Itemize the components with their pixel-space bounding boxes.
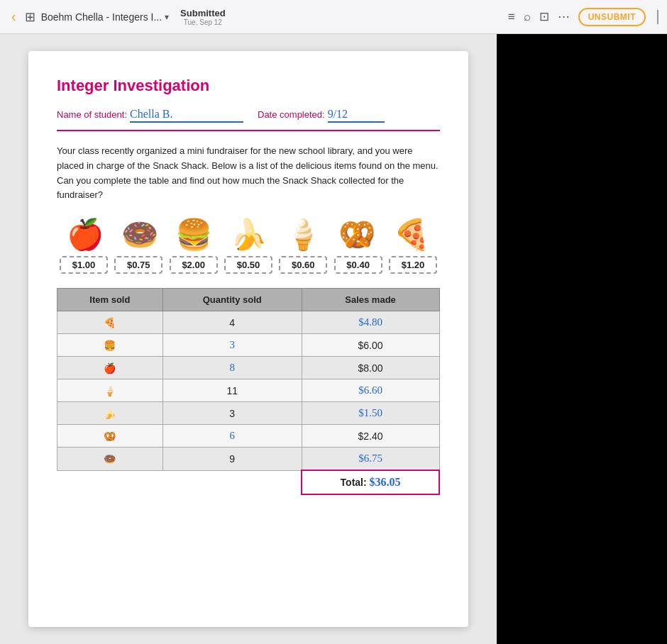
list-icon[interactable]: ≡ <box>508 10 515 24</box>
col-qty-sold: Quantity sold <box>162 289 302 311</box>
price-box-6: $0.40 <box>334 256 382 274</box>
price-boxes-row: $1.00 $0.75 $2.00 $0.50 $0.60 $0.40 $1.2… <box>57 256 440 274</box>
price-box-4: $0.50 <box>224 256 272 274</box>
table-cell-qty: 9 <box>162 448 302 471</box>
food-icon-donut: 🍩 <box>114 217 165 252</box>
total-label: Total: <box>341 477 367 488</box>
food-icon-burger: 🍔 <box>168 217 219 252</box>
date-value: 9/12 <box>328 108 385 123</box>
table-cell-sales: $6.75 <box>302 448 439 471</box>
table-cell-icon: 🍕 <box>57 311 163 334</box>
submitted-area: Submitted Tue, Sep 12 <box>180 8 226 26</box>
table-cell-icon: 🍔 <box>57 334 163 357</box>
sidebar-toggle-button[interactable]: ⊞ <box>25 9 35 25</box>
total-value: $36.05 <box>370 476 401 488</box>
doc-page: Integer Investigation Name of student: C… <box>28 51 468 627</box>
table-cell-qty: 3 <box>162 402 302 425</box>
table-cell-sales: $6.00 <box>302 334 439 357</box>
doc-title: Boehm Chella - Integers I... <box>41 11 162 23</box>
table-cell-qty: 8 <box>162 357 302 379</box>
price-box-1: $1.00 <box>60 256 108 274</box>
table-row: 🍔3$6.00 <box>57 334 440 357</box>
search-icon[interactable]: ⌕ <box>524 10 531 24</box>
price-box-2: $0.75 <box>114 256 162 274</box>
table-row: 🍌3$1.50 <box>57 402 440 425</box>
table-row: 🥨6$2.40 <box>57 425 440 448</box>
doc-panel: Integer Investigation Name of student: C… <box>0 34 497 644</box>
student-name-value: Chella B. <box>130 108 243 123</box>
submitted-date: Tue, Sep 12 <box>184 18 222 26</box>
top-bar-actions: ≡ ⌕ ⊡ ⋯ UNSUBMIT <box>508 8 658 26</box>
table-cell-sales: $2.40 <box>302 425 439 448</box>
table-cell-sales: $4.80 <box>302 311 439 334</box>
unsubmit-button[interactable]: UNSUBMIT <box>578 8 646 26</box>
divider <box>57 130 440 131</box>
table-cell-qty: 6 <box>162 425 302 448</box>
table-cell-sales: $1.50 <box>302 402 439 425</box>
table-row: 🍎8$8.00 <box>57 357 440 379</box>
table-row: 🍦11$6.60 <box>57 379 440 402</box>
back-button[interactable]: ‹ <box>9 6 19 28</box>
student-name-label: Name of student: <box>57 109 127 120</box>
table-row: 🍕4$4.80 <box>57 311 440 334</box>
more-icon[interactable]: ⋯ <box>558 9 570 24</box>
table-cell-icon: 🥨 <box>57 425 163 448</box>
sidebar-icon: ⊞ <box>25 10 35 24</box>
table-cell-sales: $6.60 <box>302 379 439 402</box>
table-cell-qty: 4 <box>162 311 302 334</box>
date-section: Date completed: 9/12 <box>258 108 385 123</box>
table-cell-icon: 🍎 <box>57 357 163 379</box>
table-total-row: Total: $36.05 <box>57 470 440 494</box>
food-icon-pretzel: 🥨 <box>331 217 382 252</box>
food-icon-apple: 🍎 <box>60 217 111 252</box>
table-row: 🍩9$6.75 <box>57 448 440 471</box>
table-cell-icon: 🍌 <box>57 402 163 425</box>
right-panel <box>497 34 667 644</box>
total-empty-1 <box>57 470 163 494</box>
food-icon-banana: 🍌 <box>223 217 274 252</box>
table-header-row: Item sold Quantity sold Sales made <box>57 289 440 311</box>
top-bar-left: ‹ ⊞ Boehm Chella - Integers I... ▾ Submi… <box>9 6 231 28</box>
stamp-icon[interactable]: ⊡ <box>539 9 549 24</box>
food-icon-icecream: 🍦 <box>277 217 329 252</box>
data-table: Item sold Quantity sold Sales made 🍕4$4.… <box>57 288 440 495</box>
table-cell-qty: 11 <box>162 379 302 402</box>
price-box-7: $1.20 <box>389 256 437 274</box>
chevron-down-icon[interactable]: ▾ <box>165 12 169 22</box>
price-box-3: $2.00 <box>170 256 218 274</box>
table-cell-icon: 🍦 <box>57 379 163 402</box>
price-box-5: $0.60 <box>279 256 327 274</box>
total-empty-2 <box>162 470 302 494</box>
food-icon-pizza: 🍕 <box>386 217 437 252</box>
top-bar: ‹ ⊞ Boehm Chella - Integers I... ▾ Submi… <box>0 0 667 34</box>
table-cell-qty: 3 <box>162 334 302 357</box>
total-cell: Total: $36.05 <box>302 470 439 494</box>
col-sales-made: Sales made <box>302 289 439 311</box>
table-cell-sales: $8.00 <box>302 357 439 379</box>
table-cell-icon: 🍩 <box>57 448 163 471</box>
date-label: Date completed: <box>258 109 325 120</box>
doc-title-area: Boehm Chella - Integers I... ▾ <box>41 11 169 23</box>
doc-heading: Integer Investigation <box>57 77 440 95</box>
col-item-sold: Item sold <box>57 289 163 311</box>
separator <box>657 10 658 24</box>
main-area: Integer Investigation Name of student: C… <box>0 34 667 644</box>
student-info-row: Name of student: Chella B. Date complete… <box>57 108 440 123</box>
food-icons-row: 🍎 🍩 🍔 🍌 🍦 🥨 🍕 <box>57 217 440 252</box>
description-text: Your class recently organized a mini fun… <box>57 144 440 203</box>
submitted-label: Submitted <box>180 8 226 18</box>
